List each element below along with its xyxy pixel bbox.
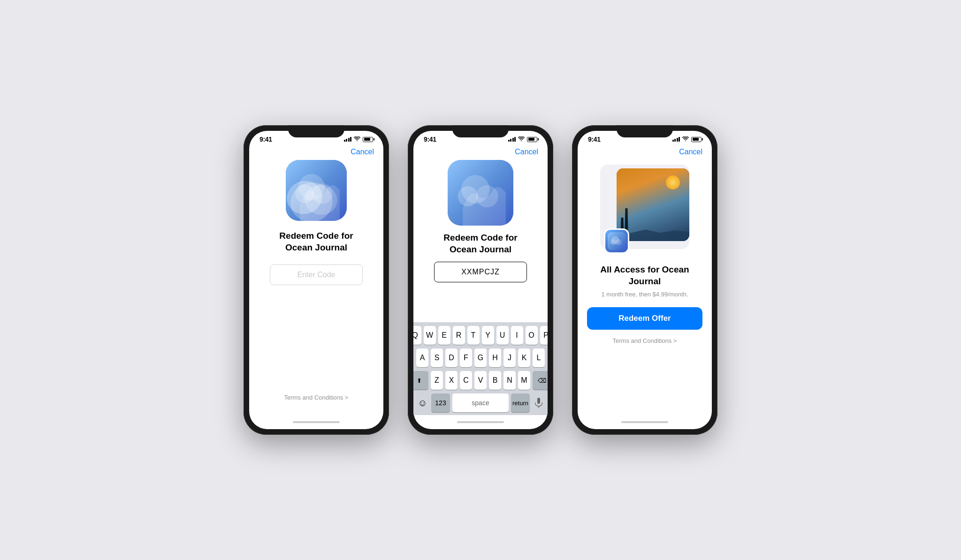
status-time-3: 9:41 — [588, 136, 601, 143]
app-icon-1 — [286, 160, 347, 221]
key-i[interactable]: I — [511, 326, 523, 345]
keyboard-row-1: Q W E R T Y U I O P — [415, 326, 546, 345]
status-icons-1 — [344, 136, 374, 142]
nav-bar-2: Cancel — [413, 145, 548, 160]
redeem-offer-button[interactable]: Redeem Offer — [587, 307, 702, 330]
screen-3-content: + — [578, 160, 712, 415]
battery-icon-3 — [691, 137, 702, 142]
signal-icon-2 — [508, 137, 516, 142]
key-t[interactable]: T — [467, 326, 480, 345]
wifi-icon-1 — [354, 136, 360, 142]
phone-1-screen: 9:41 Cancel — [249, 131, 383, 429]
key-j[interactable]: J — [503, 348, 516, 367]
app-title-1: Redeem Code for Ocean Journal — [259, 230, 374, 253]
key-n[interactable]: N — [503, 371, 516, 390]
app-title-2: Redeem Code forOcean Journal — [429, 232, 531, 255]
keyboard-row-3: ⬆ Z X C V B N M ⌫ — [415, 371, 546, 390]
status-time-1: 9:41 — [259, 136, 272, 143]
signal-icon-1 — [344, 137, 352, 142]
cancel-button-3[interactable]: Cancel — [679, 148, 702, 156]
phone-1: 9:41 Cancel — [244, 125, 389, 435]
battery-icon-1 — [363, 137, 373, 142]
key-space[interactable]: space — [452, 394, 509, 412]
svg-rect-11 — [537, 398, 540, 404]
key-o[interactable]: O — [526, 326, 538, 345]
svg-point-5 — [312, 183, 333, 204]
subscription-title: All Access for Ocean Journal — [587, 264, 702, 287]
code-input-container-2 — [423, 262, 538, 282]
notch — [288, 125, 344, 137]
code-input-container-1 — [259, 265, 374, 285]
notch-3 — [617, 125, 673, 137]
key-x[interactable]: X — [445, 371, 458, 390]
key-b[interactable]: B — [489, 371, 501, 390]
nav-bar-3: Cancel — [578, 145, 712, 160]
key-r[interactable]: R — [453, 326, 465, 345]
key-v[interactable]: V — [474, 371, 487, 390]
keyboard-row-2: A S D F G H J K L — [415, 348, 546, 367]
phone-3: 9:41 Cancel — [572, 125, 717, 435]
key-l[interactable]: L — [533, 348, 545, 367]
emoji-key[interactable]: ☺ — [416, 394, 429, 412]
key-d[interactable]: D — [445, 348, 458, 367]
subscription-image-container: + — [600, 165, 689, 249]
code-input-1[interactable] — [270, 265, 363, 285]
key-q[interactable]: Q — [413, 326, 421, 345]
key-123[interactable]: 123 — [431, 394, 450, 412]
signal-icon-3 — [672, 137, 680, 142]
keyboard: Q W E R T Y U I O P A S D F G H J K — [413, 322, 548, 415]
app-icon-2 — [448, 160, 513, 226]
cancel-button-1[interactable]: Cancel — [351, 148, 374, 156]
screen-1-content: Redeem Code for Ocean Journal Terms and … — [249, 160, 383, 415]
svg-point-15 — [615, 239, 621, 245]
home-indicator-1 — [249, 415, 383, 429]
nav-bar-1: Cancel — [249, 145, 383, 160]
subscription-subtitle: 1 month free, then $4.99/month. — [601, 291, 688, 298]
key-u[interactable]: U — [496, 326, 509, 345]
key-c[interactable]: C — [460, 371, 472, 390]
key-z[interactable]: Z — [431, 371, 443, 390]
status-time-2: 9:41 — [424, 136, 436, 143]
svg-point-6 — [295, 184, 314, 203]
phone-2: 9:41 Cancel — [408, 125, 553, 435]
key-k[interactable]: K — [518, 348, 530, 367]
key-e[interactable]: E — [438, 326, 450, 345]
mini-app-icon-3 — [604, 228, 629, 254]
wifi-icon-2 — [518, 136, 525, 142]
key-h[interactable]: H — [489, 348, 501, 367]
notch-2 — [452, 125, 509, 137]
battery-icon-2 — [527, 137, 537, 142]
key-return[interactable]: return — [511, 394, 530, 412]
terms-link-3[interactable]: Terms and Conditions > — [613, 337, 677, 352]
app-title-text-1: Redeem Code for Ocean Journal — [279, 231, 353, 252]
status-icons-3 — [672, 136, 702, 142]
cancel-button-2[interactable]: Cancel — [515, 148, 538, 156]
key-p[interactable]: P — [540, 326, 548, 345]
key-m[interactable]: M — [518, 371, 530, 390]
status-icons-2 — [508, 136, 538, 142]
phone-2-screen: 9:41 Cancel — [413, 131, 548, 429]
terms-link-1[interactable]: Terms and Conditions > — [284, 394, 349, 415]
wifi-icon-3 — [682, 136, 689, 142]
key-s[interactable]: S — [431, 348, 443, 367]
key-g[interactable]: G — [474, 348, 487, 367]
phone-3-screen: 9:41 Cancel — [578, 131, 712, 429]
key-y[interactable]: Y — [482, 326, 494, 345]
key-shift[interactable]: ⬆ — [413, 371, 428, 390]
screen-2-content: Redeem Code forOcean Journal — [413, 160, 548, 322]
home-indicator-2 — [413, 415, 548, 429]
mic-key[interactable] — [532, 394, 545, 412]
key-w[interactable]: W — [424, 326, 436, 345]
key-a[interactable]: A — [416, 348, 428, 367]
key-backspace[interactable]: ⌫ — [533, 371, 548, 390]
code-input-2[interactable] — [434, 262, 527, 282]
key-f[interactable]: F — [460, 348, 472, 367]
svg-point-16 — [610, 239, 616, 245]
keyboard-bottom-row: ☺ 123 space return — [415, 394, 546, 412]
home-indicator-3 — [578, 415, 712, 429]
